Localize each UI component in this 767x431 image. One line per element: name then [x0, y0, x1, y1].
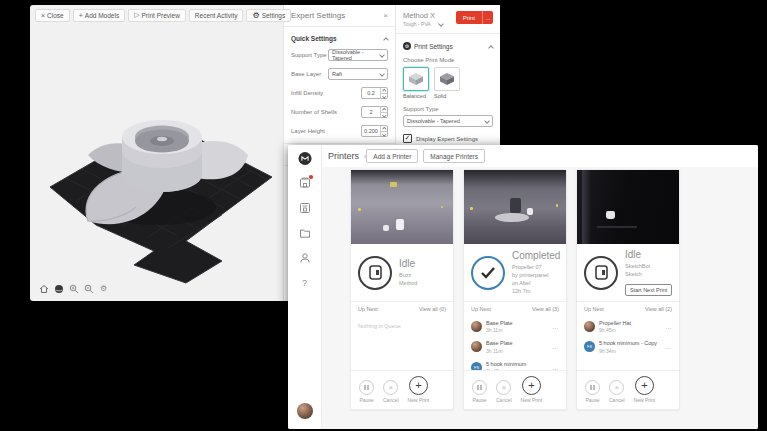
infill-density-stepper[interactable]: 0.2 — [361, 87, 388, 99]
print-settings-header[interactable]: ⚙ Print Settings — [403, 42, 493, 50]
camera-detail — [470, 207, 473, 210]
layer-height-label: Layer Height — [291, 128, 325, 134]
add-printer-button[interactable]: Add a Printer — [366, 149, 418, 163]
view-all-link[interactable]: View all (3) — [532, 306, 559, 312]
print-queue: Nothing in Queue — [351, 315, 453, 370]
account-icon[interactable] — [298, 251, 312, 265]
camera-detail — [390, 182, 397, 187]
cancel-button[interactable]: × Cancel — [609, 380, 625, 403]
print-queue: Base Plate 3h 11m … Base Plate 3h 11m … … — [464, 315, 566, 370]
support-type-label: Support Type — [291, 52, 327, 58]
pause-button[interactable]: Pause — [359, 380, 374, 403]
cancel-button[interactable]: × Cancel — [383, 380, 399, 403]
printer-name: Method X — [403, 11, 443, 20]
home-icon[interactable] — [38, 283, 49, 294]
3d-viewport[interactable] — [36, 29, 280, 291]
item-menu-icon[interactable]: … — [665, 323, 672, 330]
print-history-icon[interactable] — [298, 201, 312, 215]
divider — [396, 33, 500, 34]
layer-height-stepper[interactable]: 0.200 — [361, 125, 388, 137]
plus-icon: + — [522, 376, 541, 395]
close-button[interactable]: × Close — [35, 9, 70, 22]
checkbox-checked-icon[interactable]: ✓ — [403, 134, 412, 143]
stepper-arrows-icon[interactable] — [380, 126, 387, 136]
printer-nickname: SketchBot — [625, 262, 672, 270]
orbit-icon[interactable] — [53, 283, 64, 294]
preview-icon: ▷ — [134, 12, 139, 19]
cancel-icon: × — [383, 380, 398, 395]
chevron-down-icon[interactable] — [438, 21, 444, 27]
zoom-in-icon[interactable] — [68, 283, 79, 294]
manage-printers-button[interactable]: Manage Printers — [423, 149, 485, 163]
mode-balanced-tile[interactable] — [403, 67, 429, 91]
stepper-arrows-icon[interactable] — [380, 88, 387, 98]
queue-item[interactable]: Base Plate 3h 11m … — [471, 316, 559, 337]
queue-item[interactable]: FS 5 hook minimum 9h 47m … — [471, 357, 559, 370]
files-icon[interactable] — [298, 226, 312, 240]
camera-detail — [396, 219, 404, 230]
zoom-out-icon[interactable] — [83, 283, 94, 294]
start-next-print-button[interactable]: Start Next Print — [625, 284, 672, 296]
queue-item[interactable]: Propeller Hat 9h 45m … — [584, 316, 672, 337]
item-menu-icon[interactable]: … — [552, 323, 559, 330]
new-print-button[interactable]: + New Print — [408, 376, 430, 403]
quick-settings-header[interactable]: Quick Settings — [291, 35, 388, 42]
new-print-button[interactable]: + New Print — [521, 376, 543, 403]
notification-dot — [309, 175, 313, 179]
print-button[interactable]: Print — [456, 11, 482, 24]
status-label: Idle — [399, 258, 417, 269]
new-print-label: New Print — [634, 397, 656, 403]
view-settings-icon[interactable]: ⚙ — [98, 283, 109, 294]
pause-label: Pause — [359, 397, 373, 403]
close-label: Close — [47, 12, 64, 19]
stepper-arrows-icon[interactable] — [380, 107, 387, 117]
up-next-label: Up Next — [584, 306, 604, 312]
view-all-link[interactable]: View all (0) — [419, 306, 446, 312]
camera-detail — [510, 198, 521, 213]
makerbot-logo[interactable] — [298, 151, 312, 165]
support-type-select[interactable]: Dissolvable - Tapered — [403, 115, 493, 127]
pause-icon — [472, 380, 487, 395]
settings-button[interactable]: ⚙ Settings — [246, 9, 291, 22]
print-settings-label: Print Settings — [414, 43, 453, 50]
add-models-button[interactable]: + Add Models — [73, 9, 125, 22]
queue-item[interactable]: FS 5 hook minimum - Copy 9h 34m … — [584, 337, 672, 358]
queue-avatar — [584, 321, 595, 332]
queue-job-name: 5 hook minimum — [486, 361, 526, 367]
display-expert-settings-label: Display Expert Settings — [416, 136, 478, 142]
printer-model: Sketch — [625, 270, 672, 278]
queue-item[interactable]: Base Plate 3h 11m … — [471, 337, 559, 358]
number-of-shells-label: Number of Shells — [291, 109, 337, 115]
pause-button[interactable]: Pause — [472, 380, 487, 403]
new-print-button[interactable]: + New Print — [634, 376, 656, 403]
chevron-down-icon — [379, 71, 385, 77]
print-menu-button[interactable]: ... — [482, 11, 493, 24]
cancel-button[interactable]: × Cancel — [496, 380, 512, 403]
queue-avatar — [471, 341, 482, 352]
status-label: Completed — [512, 250, 559, 261]
mode-solid-tile[interactable] — [434, 67, 460, 91]
camera-feed[interactable] — [351, 170, 453, 244]
base-layer-select[interactable]: Raft — [328, 68, 388, 80]
user-avatar[interactable] — [297, 403, 313, 419]
item-menu-icon[interactable]: … — [552, 343, 559, 350]
printers-icon[interactable] — [298, 176, 312, 190]
view-all-link[interactable]: View all (2) — [645, 306, 672, 312]
pause-button[interactable]: Pause — [585, 380, 600, 403]
help-icon[interactable]: ? — [298, 276, 312, 290]
number-of-shells-stepper[interactable]: 2 — [361, 106, 388, 118]
display-expert-settings-row[interactable]: ✓ Display Expert Settings — [403, 134, 493, 143]
job-printer: on Abel — [512, 279, 559, 287]
support-type-select[interactable]: Dissolvable - Tapered — [328, 49, 388, 61]
camera-feed[interactable] — [464, 170, 566, 244]
new-print-label: New Print — [408, 397, 430, 403]
camera-feed[interactable] — [577, 170, 679, 244]
recent-activity-button[interactable]: Recent Activity — [189, 9, 244, 22]
printer-card-sketchbot: Idle SketchBot Sketch Start Next Print U… — [576, 169, 680, 410]
item-menu-icon[interactable]: … — [665, 343, 672, 350]
printer-nickname: Buzz — [399, 271, 417, 279]
settings-label: Settings — [262, 12, 286, 19]
print-preview-button[interactable]: ▷ Print Preview — [128, 9, 186, 22]
panel-close-icon[interactable]: × — [383, 12, 388, 20]
printer-materials: Tough - PVA — [403, 21, 431, 27]
